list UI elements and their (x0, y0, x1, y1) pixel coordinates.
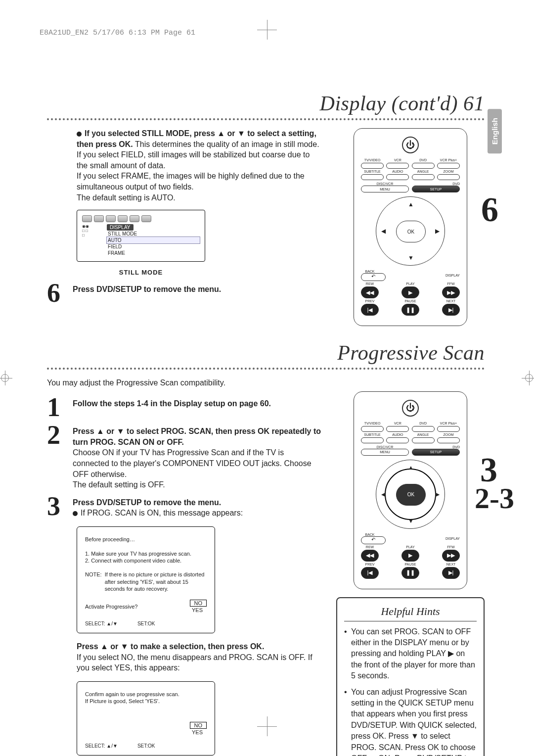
dialog-activate-progressive: Before proceeding… 1. Make sure your TV … (77, 526, 215, 633)
osd-header: DISPLAY (107, 224, 134, 231)
step2-detail: Choose ON if your TV has Progressive Sca… (73, 448, 312, 489)
dpad: ▲▼◀▶ OK (376, 460, 445, 529)
step-number-2: 2 (47, 423, 67, 490)
title-text: Display (cont'd) (320, 92, 458, 115)
divider-dots (47, 118, 485, 120)
power-icon (402, 400, 419, 417)
hint-item: You can adjust Progressive Scan setting … (344, 687, 477, 756)
crop-mark-left (0, 371, 12, 385)
still-mode-paragraph: If you selected STILL MODE, press ▲ or ▼… (47, 128, 321, 203)
step-number-6: 6 (47, 281, 67, 305)
divider-dots-2 (47, 368, 485, 370)
callout-6: 6 (481, 192, 498, 227)
bullet-icon (73, 511, 78, 516)
step-number-1: 1 (47, 395, 67, 420)
remote-illustration-bottom: TV/VIDEOVCRDVDVCR Plus+ SUBTITLEAUDIOANG… (354, 391, 467, 589)
power-icon (402, 137, 419, 153)
osd-still-mode: ◉◉□ □□ DISPLAY STILL MODE AUTO FIELD FRA… (77, 210, 205, 262)
osd-caption: STILL MODE (77, 269, 205, 276)
callout-2-3: 2-3 (475, 483, 514, 513)
remote-illustration-top: TV/VIDEOVCRDVDVCR Plus+ SUBTITLEAUDIOANG… (354, 128, 467, 326)
hints-title: Helpful Hints (344, 605, 477, 621)
running-header: E8A21UD_EN2 5/17/06 6:13 PM Page 61 (40, 29, 195, 37)
dialog-confirm-progressive: Confirm again to use progressive scan. I… (77, 681, 215, 756)
progressive-intro: You may adjust the Progressive Scan comp… (47, 378, 485, 388)
language-tab: English (488, 109, 502, 153)
page-content: Display (cont'd) 61 If you selected STIL… (47, 92, 485, 756)
section-title-display: Display (cont'd) 61 (47, 92, 485, 115)
crop-mark-right (522, 371, 534, 385)
hint-item: You can set PROG. SCAN to OFF either in … (344, 626, 477, 682)
helpful-hints: Helpful Hints You can set PROG. SCAN to … (336, 597, 485, 756)
dpad: ▲▼◀▶ OK (376, 196, 445, 266)
setup-button: SETUP (412, 449, 460, 456)
after-dialog1: Press ▲ or ▼ to make a selection, then p… (47, 641, 321, 673)
setup-button: SETUP (412, 186, 460, 192)
page-number: 61 (463, 92, 485, 115)
step-number-3: 3 (47, 494, 67, 519)
section-title-progressive: Progressive Scan (47, 341, 485, 365)
crop-mark-top (257, 20, 277, 40)
step6-text: Press DVD/SETUP to remove the menu. (73, 285, 221, 293)
bullet-icon (77, 132, 82, 137)
